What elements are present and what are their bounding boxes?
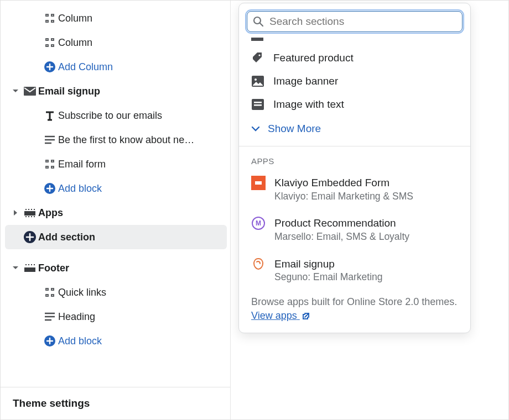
svg-rect-20 (251, 38, 263, 41)
view-apps-link[interactable]: View apps (251, 310, 310, 321)
option-label: Image with text (273, 98, 344, 111)
tree-row-column[interactable]: Column (5, 30, 227, 55)
section-apps[interactable]: Apps (5, 201, 227, 225)
tree-row-heading[interactable]: Subscribe to our emails (5, 103, 227, 128)
plus-circle-icon (41, 335, 58, 347)
option-label: Featured product (273, 52, 354, 64)
svg-rect-17 (34, 264, 35, 265)
app-subtitle: Klaviyo: Email Marketing & SMS (274, 190, 413, 203)
theme-editor-sidebar: Column Column Add Column (1, 1, 231, 419)
svg-rect-25 (254, 102, 262, 103)
app-title: Email signup (274, 257, 383, 271)
row-label: Add block (58, 183, 222, 195)
app-option-klaviyo[interactable]: Klaviyo Embedded Form Klaviyo: Email Mar… (239, 170, 470, 211)
klaviyo-icon (251, 176, 266, 190)
search-input[interactable] (269, 15, 456, 28)
tree-row-quick-links[interactable]: Quick links (5, 280, 227, 305)
svg-rect-6 (31, 209, 32, 210)
section-option-image-with-text[interactable]: Image with text (239, 93, 470, 116)
svg-point-23 (254, 78, 257, 81)
app-frame: Column Column Add Column (0, 0, 509, 420)
add-column-button[interactable]: Add Column (5, 55, 227, 79)
add-section-popover: Featured product Image banner Image with… (238, 3, 471, 333)
svg-rect-14 (25, 264, 27, 265)
app-subtitle: Marsello: Email, SMS & Loyalty (274, 230, 409, 244)
theme-settings-label: Theme settings (13, 397, 90, 409)
apps-heading: APPS (239, 146, 470, 170)
app-title: Product Recommendation (274, 216, 409, 230)
tree-row-email-form[interactable]: Email form (5, 152, 227, 176)
paragraph-icon (41, 135, 58, 144)
chevron-down-icon[interactable] (9, 265, 22, 271)
add-block-button[interactable]: Add block (5, 176, 227, 201)
envelope-icon (22, 87, 38, 96)
section-email-signup[interactable]: Email signup (5, 79, 227, 103)
image-icon (251, 76, 264, 87)
chevron-down-icon (251, 126, 260, 132)
svg-rect-26 (254, 104, 262, 106)
svg-rect-28 (255, 181, 262, 185)
column-block-icon (41, 287, 58, 298)
row-label: Be the first to know about ne… (58, 134, 222, 146)
row-label: Add section (38, 232, 222, 243)
show-more-button[interactable]: Show More (239, 116, 470, 146)
theme-settings-button[interactable]: Theme settings (1, 387, 230, 419)
popover-container: Featured product Image banner Image with… (231, 1, 508, 419)
column-block-icon (41, 159, 58, 170)
row-label: Column (58, 13, 222, 24)
row-label: Add Column (58, 61, 222, 73)
row-label: Column (58, 37, 222, 49)
row-label: Quick links (58, 287, 222, 298)
view-apps-label: View apps (251, 310, 297, 321)
svg-rect-16 (31, 264, 32, 265)
section-option-image-banner[interactable]: Image banner (239, 70, 470, 93)
footnote-text: Browse apps built for Online Store 2.0 t… (251, 296, 457, 307)
truncated-row-icon (251, 38, 263, 42)
row-label: Email signup (38, 86, 222, 97)
row-label: Subscribe to our emails (58, 110, 222, 122)
row-label: Heading (58, 311, 222, 323)
svg-rect-10 (31, 216, 32, 217)
apps-section-icon (22, 208, 38, 217)
tree-row-paragraph[interactable]: Be the first to know about ne… (5, 128, 227, 152)
plus-circle-icon (41, 61, 58, 73)
add-section-button[interactable]: Add section (5, 225, 227, 249)
image-text-icon (251, 99, 264, 110)
svg-rect-4 (25, 209, 27, 210)
tag-icon (251, 52, 264, 64)
tree-row-heading[interactable]: Heading (5, 305, 227, 329)
svg-point-19 (254, 17, 261, 24)
row-label: Apps (38, 207, 222, 219)
plus-circle-icon (41, 182, 58, 195)
app-option-seguno[interactable]: Email signup Seguno: Email Marketing (239, 251, 470, 292)
text-icon (41, 110, 58, 121)
plus-circle-icon (22, 230, 38, 244)
show-more-label: Show More (268, 123, 321, 135)
option-label: Image banner (273, 75, 338, 87)
column-block-icon (41, 37, 58, 48)
app-title: Klaviyo Embedded Form (274, 176, 413, 190)
search-sections-field[interactable] (247, 11, 463, 32)
chevron-down-icon[interactable] (9, 88, 22, 95)
add-block-button[interactable]: Add block (5, 329, 227, 353)
apps-footnote: Browse apps built for Online Store 2.0 t… (239, 292, 470, 333)
section-option-featured-product[interactable]: Featured product (239, 46, 470, 70)
svg-rect-15 (28, 264, 29, 265)
svg-rect-7 (34, 209, 35, 210)
section-footer[interactable]: Footer (5, 256, 227, 280)
app-subtitle: Seguno: Email Marketing (274, 271, 383, 284)
svg-rect-5 (28, 209, 29, 210)
column-block-icon (41, 13, 58, 24)
svg-rect-3 (24, 211, 35, 216)
app-option-marsello[interactable]: M Product Recommendation Marsello: Email… (239, 211, 470, 251)
row-label: Add block (58, 335, 222, 347)
svg-rect-11 (34, 216, 35, 217)
paragraph-icon (41, 312, 58, 321)
seguno-icon (251, 257, 266, 271)
marsello-icon: M (251, 216, 266, 230)
svg-point-21 (258, 54, 260, 56)
tree-row-column[interactable]: Column (5, 6, 227, 30)
chevron-right-icon[interactable] (9, 209, 22, 216)
svg-rect-9 (28, 216, 29, 217)
svg-rect-8 (25, 216, 27, 217)
